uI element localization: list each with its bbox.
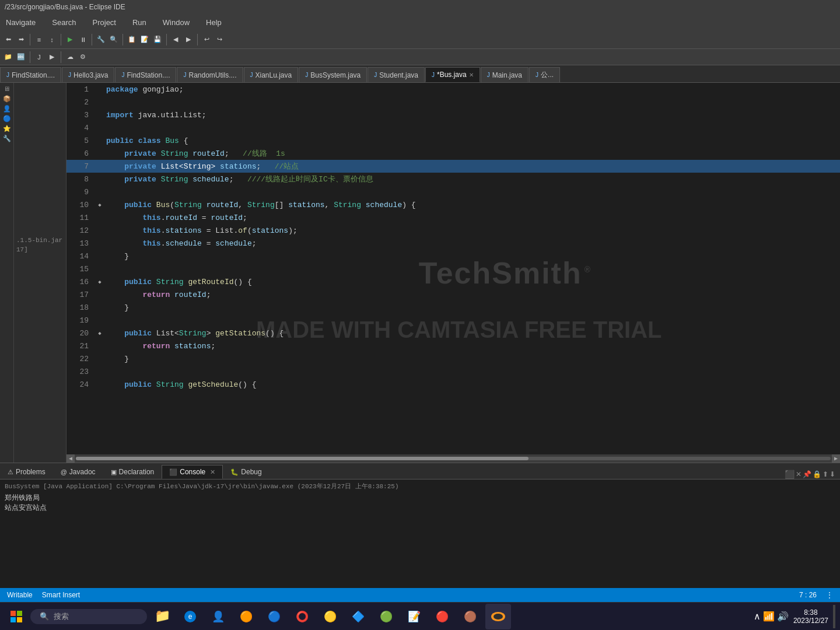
console-btn2[interactable]: ⬇	[830, 470, 835, 478]
tab-hello3[interactable]: J Hello3.java	[62, 67, 114, 82]
taskbar-app-eclipse[interactable]	[485, 604, 511, 629]
console-label: Console	[180, 468, 205, 476]
side-icon-5[interactable]: ⭐	[3, 125, 11, 132]
toolbar-btn-9[interactable]: 📋	[126, 34, 138, 46]
bottom-tab-console[interactable]: ⬛ Console ✕	[162, 465, 223, 479]
console-scroll-lock[interactable]: 🔒	[813, 470, 821, 478]
taskbar-app-8[interactable]: 📝	[401, 604, 427, 629]
side-icon-1[interactable]: 🖥	[4, 85, 10, 93]
toolbar-btn-1[interactable]: ⬅	[2, 34, 14, 46]
tab-label-10: 公...	[541, 70, 554, 80]
toolbar2-btn-5[interactable]: ☁	[64, 51, 76, 63]
svg-text:e: e	[188, 613, 192, 621]
tab-icon-6: J	[305, 72, 308, 78]
bottom-tab-debug[interactable]: 🐛 Debug	[223, 465, 269, 479]
tray-wifi[interactable]: 📶	[763, 611, 775, 622]
tab-close-8[interactable]: ✕	[469, 72, 474, 78]
taskbar-app-6[interactable]: 🔷	[345, 604, 371, 629]
toolbar-btn-13[interactable]: ▶	[183, 34, 194, 46]
tab-findstation1[interactable]: J FindStation....	[0, 67, 61, 82]
clock-time: 8:38	[793, 608, 828, 617]
toolbar-btn-14[interactable]: ↩	[201, 34, 212, 46]
svg-rect-3	[17, 617, 22, 622]
console-clear[interactable]: ✕	[796, 470, 802, 478]
scrollbar-thumb	[76, 457, 528, 460]
toolbar2-btn-1[interactable]: 📁	[2, 51, 14, 63]
console-pin[interactable]: 📌	[803, 470, 811, 478]
tab-extra[interactable]: J 公...	[529, 67, 560, 82]
tab-label-7: Student.java	[379, 71, 418, 79]
status-left: Writable Smart Insert	[7, 591, 80, 599]
horizontal-scrollbar[interactable]: ◀ ▶	[66, 454, 840, 463]
tray-icon-1[interactable]: ∧	[754, 611, 761, 622]
menu-project[interactable]: Project	[89, 17, 120, 28]
tab-findstation2[interactable]: J FindStation....	[115, 67, 176, 82]
toolbar-sep-6	[197, 34, 198, 46]
toolbar2-btn-4[interactable]: ▶	[46, 51, 58, 63]
tab-main[interactable]: J Main.java	[481, 67, 528, 82]
side-icon-3[interactable]: 👤	[3, 105, 11, 113]
toolbar-btn-4[interactable]: ↕	[46, 34, 58, 46]
side-icon-2[interactable]: 📦	[3, 95, 11, 103]
toolbar-btn-6[interactable]: ⏸	[77, 34, 89, 46]
tab-label-6: BusSystem.java	[310, 71, 360, 79]
side-icon-6[interactable]: 🔧	[3, 135, 11, 142]
toolbar2-btn-2[interactable]: 🔤	[15, 51, 27, 63]
code-line-16: 16 ◆ public String getRouteId() {	[66, 275, 840, 288]
taskbar-app-files[interactable]: 📁	[149, 604, 175, 629]
scroll-right[interactable]: ▶	[832, 454, 840, 463]
run-button[interactable]: ▶	[64, 34, 76, 46]
bottom-tab-javadoc[interactable]: @ Javadoc	[53, 465, 103, 479]
taskbar-search[interactable]: 🔍 搜索	[30, 609, 147, 624]
toolbar-btn-8[interactable]: 🔍	[108, 34, 120, 46]
taskbar-app-2[interactable]: 🟠	[233, 604, 259, 629]
show-desktop[interactable]	[833, 605, 835, 628]
toolbar-btn-2[interactable]: ➡	[15, 34, 27, 46]
menu-search[interactable]: Search	[48, 17, 79, 28]
status-right: 7 : 26 ⋮	[799, 591, 833, 599]
scroll-left[interactable]: ◀	[66, 454, 75, 463]
taskbar-app-1[interactable]: 👤	[205, 604, 231, 629]
toolbar2-btn-3[interactable]: J	[33, 51, 45, 63]
taskbar-app-5[interactable]: 🟡	[317, 604, 343, 629]
bottom-tab-problems[interactable]: ⚠ Problems	[0, 465, 53, 479]
editor[interactable]: TechSmith® MADE WITH CAMTASIA FREE TRIAL…	[66, 83, 840, 463]
stop-button[interactable]: ⬛	[785, 470, 794, 479]
tab-label-2: Hello3.java	[74, 71, 108, 79]
code-line-19: 19	[66, 314, 840, 327]
tab-bus-active[interactable]: J *Bus.java ✕	[425, 67, 480, 82]
left-file-panel: .1.5-bin.jar 17]	[14, 83, 66, 463]
code-line-13: 13 this.schedule = schedule;	[66, 237, 840, 250]
start-button[interactable]	[5, 605, 28, 628]
clock[interactable]: 8:38 2023/12/27	[793, 608, 828, 625]
tab-student[interactable]: J Student.java	[368, 67, 425, 82]
toolbar-btn-12[interactable]: ◀	[170, 34, 181, 46]
tab-xianlu[interactable]: J XianLu.java	[244, 67, 299, 82]
debug-label: Debug	[241, 468, 261, 476]
bottom-tab-declaration[interactable]: ▣ Declaration	[103, 465, 162, 479]
toolbar-btn-11[interactable]: 💾	[152, 34, 163, 46]
taskbar-app-browser[interactable]: e	[177, 604, 203, 629]
toolbar-btn-7[interactable]: 🔧	[95, 34, 107, 46]
toolbar-btn-10[interactable]: 📝	[139, 34, 150, 46]
tab-randomutils[interactable]: J RandomUtils....	[177, 67, 243, 82]
taskbar-app-10[interactable]: 🟤	[457, 604, 483, 629]
taskbar-app-3[interactable]: 🔵	[261, 604, 287, 629]
menu-window[interactable]: Window	[159, 17, 193, 28]
side-icon-4[interactable]: 🔵	[3, 115, 11, 123]
taskbar-app-4[interactable]: ⭕	[289, 604, 315, 629]
tab-bussystem[interactable]: J BusSystem.java	[299, 67, 367, 82]
console-btn1[interactable]: ⬆	[822, 470, 828, 478]
console-close[interactable]: ✕	[210, 468, 215, 476]
toolbar-btn-15[interactable]: ↪	[214, 34, 225, 46]
taskbar-app-9[interactable]: 🔴	[429, 604, 455, 629]
toolbar2-btn-6[interactable]: ⚙	[77, 51, 89, 63]
menu-run[interactable]: Run	[129, 17, 150, 28]
toolbar-btn-3[interactable]: ≡	[33, 34, 45, 46]
toolbar-sep-5	[166, 34, 167, 46]
menu-help[interactable]: Help	[202, 17, 225, 28]
left-side-panel: 🖥 📦 👤 🔵 ⭐ 🔧	[0, 83, 14, 463]
menu-navigate[interactable]: Navigate	[2, 17, 39, 28]
taskbar-app-7[interactable]: 🟢	[373, 604, 399, 629]
tray-volume[interactable]: 🔊	[777, 611, 789, 622]
